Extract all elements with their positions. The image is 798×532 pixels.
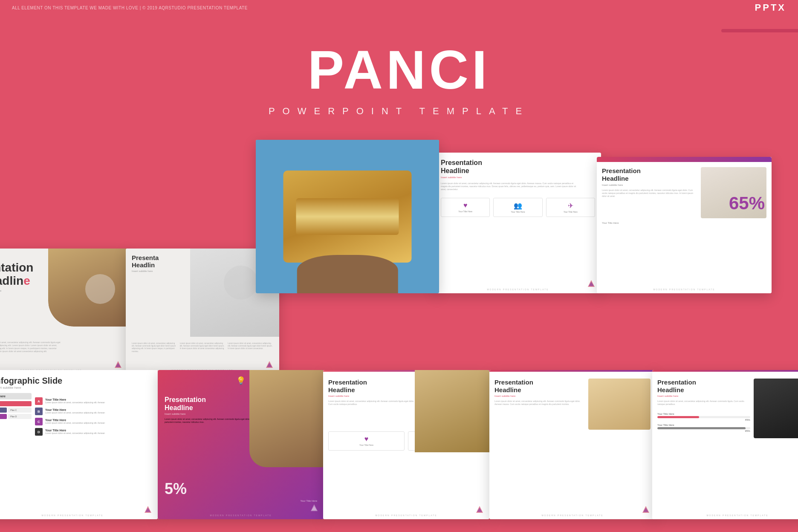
slide-infographic[interactable]: Infographic Slide Insert subtitle here x… xyxy=(0,370,158,519)
infographic-title: Infographic Slide xyxy=(0,376,152,386)
list-items: A Your Title Here Lorem ipsum dolor sit … xyxy=(35,397,152,436)
slide-8-body: Lorem ipsum dolor sit amet, consectetur … xyxy=(328,400,414,406)
slide-thumb-10[interactable]: PresentationHeadline Insert subtitle her… xyxy=(652,370,798,519)
infographic-footer: Modern presentation template xyxy=(0,514,158,517)
slide-5-subtitle: Insert subtitle here xyxy=(441,176,595,179)
slide-9-body: Lorem ipsum dolor sit amet, consectetur … xyxy=(494,400,585,406)
slide-8-footer: Modern presentation template xyxy=(323,514,489,517)
slide-5-icons: ♥ Your Title Here 👥 Your Title Here ✈ Yo… xyxy=(441,198,595,217)
infographic-subtitle: Insert subtitle here xyxy=(0,386,152,390)
slide-9-logo xyxy=(642,506,650,513)
slide-thumb-8[interactable]: PresentationHeadline Insert subtitle her… xyxy=(323,370,489,519)
list-letter-a: A xyxy=(35,397,43,405)
slide-10-title: PresentationHeadline xyxy=(657,379,750,394)
slide-5-icon-1: ♥ Your Title Here xyxy=(441,198,490,217)
list-letter-b: B xyxy=(35,408,43,415)
slide-2-logo xyxy=(114,361,122,368)
top-bar-copyright: ALL ELEMENT ON THIS TEMPLATE WE MADE WIT… xyxy=(12,6,248,10)
slide-9-title: PresentationHeadline xyxy=(494,379,585,394)
slide-10-progress: Your Title Here 45% Your Title Here xyxy=(657,413,750,432)
slide-6-title: PresentationHeadline xyxy=(602,167,697,182)
slide-5-body: Lorem ipsum dolor sit amet, consectetur … xyxy=(441,182,580,191)
slide-7-percent: 5% xyxy=(165,480,187,498)
plan-d-item: Plan D xyxy=(8,414,32,419)
plan-b-label: B xyxy=(0,408,7,413)
slide-8-logo xyxy=(476,506,483,513)
hero-section: PANCI POWERPOINT TEMPLATE xyxy=(0,26,798,117)
slide-10-body: Lorem ipsum dolor sit amet, consectetur … xyxy=(657,400,750,406)
slide-9-subtitle: Insert subtitle here xyxy=(494,395,585,397)
plan-c-item: Plan C xyxy=(8,408,32,413)
hero-subtitle: POWERPOINT TEMPLATE xyxy=(0,106,798,117)
slide-10-subtitle: Insert subtitle here xyxy=(657,395,750,397)
slide-6-body: Lorem ipsum dolor sit amet, consectetur … xyxy=(602,189,697,198)
plan-c-label: C xyxy=(0,414,7,419)
slide-5-icon-3: ✈ Your Title Here xyxy=(546,198,595,217)
slide-thumb-7[interactable]: 💡 PresentationHeadline Insert subtitle h… xyxy=(158,370,324,519)
slide-5-title: PresentationHeadline xyxy=(441,159,595,175)
list-letter-d: D xyxy=(35,428,43,436)
slide-thumb-5[interactable]: PresentationHeadline Insert subtitle her… xyxy=(435,153,601,293)
slide-3-logo xyxy=(266,361,273,368)
infographic-logo xyxy=(144,506,152,513)
slides-area: sentationHeadline Insert subtitle here L… xyxy=(0,200,798,532)
slide-5-logo xyxy=(587,280,595,287)
top-bar-brand: PPTX xyxy=(755,2,786,13)
slide-6-subtitle: Insert subtitle here xyxy=(602,184,697,186)
list-letter-c: C xyxy=(35,418,43,425)
slide-10-footer: Modern presentation template xyxy=(652,514,798,517)
slide-thumb-4[interactable] xyxy=(256,140,439,293)
slide-7-yourtitle: Your Title Here xyxy=(301,500,317,502)
slide-5-icon-2: 👥 Your Title Here xyxy=(493,198,542,217)
slide-8-title: PresentationHeadline xyxy=(328,379,414,394)
slide-6-footer: Modern presentation template xyxy=(597,288,772,291)
it-here-partial: xt here xyxy=(0,395,6,398)
top-bar: ALL ELEMENT ON THIS TEMPLATE WE MADE WIT… xyxy=(0,0,798,15)
slide-thumb-2[interactable]: sentationHeadline Insert subtitle here L… xyxy=(0,249,128,374)
slide-2-partial-title: sentationHeadline xyxy=(0,261,33,288)
slide-7-logo xyxy=(310,504,318,513)
slide-6-percent: 65% xyxy=(729,194,765,212)
hero-title: PANCI xyxy=(0,43,798,97)
slide-thumb-6[interactable]: PresentationHeadline Insert subtitle her… xyxy=(597,157,772,293)
slide-7-footer: Modern presentation template xyxy=(158,514,324,517)
slide-5-footer: Modern presentation template xyxy=(435,288,601,291)
plan-a-label: A xyxy=(0,401,32,406)
slide-9-footer: Modern presentation template xyxy=(489,514,656,517)
slide-thumb-9[interactable]: PresentationHeadline Insert subtitle her… xyxy=(489,370,656,519)
